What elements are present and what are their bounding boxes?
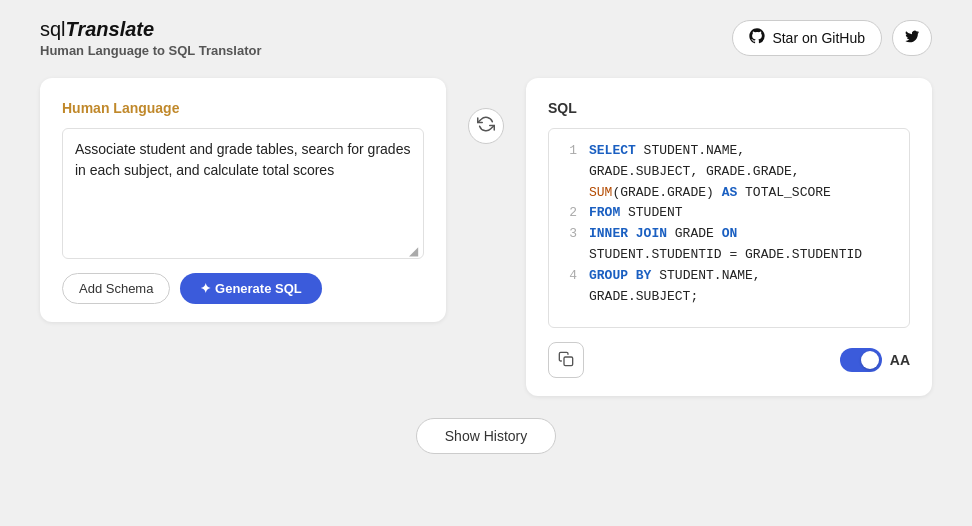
copy-icon: [558, 351, 574, 370]
line-num-1: 1: [563, 141, 577, 203]
line-num-3: 3: [563, 224, 577, 266]
human-language-card: Human Language ◢ Add Schema ✦ Generate S…: [40, 78, 446, 322]
toggle-knob: [861, 351, 879, 369]
logo-suffix: Translate: [66, 18, 155, 40]
sql-text-1: SELECT STUDENT.NAME,GRADE.SUBJECT, GRADE…: [589, 141, 831, 203]
sql-label: SQL: [548, 100, 910, 116]
aa-label: AA: [890, 352, 910, 368]
line-num-4: 4: [563, 266, 577, 308]
add-schema-button[interactable]: Add Schema: [62, 273, 170, 304]
logo: sqlTranslate Human Language to SQL Trans…: [40, 18, 262, 58]
logo-prefix: sql: [40, 18, 66, 40]
sql-text-3: INNER JOIN GRADE ONSTUDENT.STUDENTID = G…: [589, 224, 862, 266]
swap-wrapper: [464, 78, 508, 144]
card-actions: Add Schema ✦ Generate SQL: [62, 273, 424, 304]
swap-button[interactable]: [468, 108, 504, 144]
generate-sql-button[interactable]: ✦ Generate SQL: [180, 273, 321, 304]
logo-title: sqlTranslate: [40, 18, 262, 41]
resize-indicator: ◢: [409, 244, 419, 254]
aa-toggle[interactable]: [840, 348, 882, 372]
human-language-label: Human Language: [62, 100, 424, 116]
toggle-aa-group: AA: [840, 348, 910, 372]
main-content: Human Language ◢ Add Schema ✦ Generate S…: [0, 68, 972, 396]
svg-rect-0: [564, 357, 573, 366]
twitter-button[interactable]: [892, 20, 932, 56]
sql-card: SQL 1 SELECT STUDENT.NAME,GRADE.SUBJECT,…: [526, 78, 932, 396]
show-history-button[interactable]: Show History: [416, 418, 556, 454]
copy-button[interactable]: [548, 342, 584, 378]
sql-line-2: 2 FROM STUDENT: [563, 203, 895, 224]
bottom-section: Show History: [0, 418, 972, 474]
human-language-input[interactable]: [75, 139, 411, 244]
textarea-wrapper: ◢: [62, 128, 424, 259]
logo-subtitle: Human Language to SQL Translator: [40, 43, 262, 58]
sql-line-1: 1 SELECT STUDENT.NAME,GRADE.SUBJECT, GRA…: [563, 141, 895, 203]
header: sqlTranslate Human Language to SQL Trans…: [0, 0, 972, 68]
line-num-2: 2: [563, 203, 577, 224]
twitter-icon: [904, 28, 920, 48]
sql-card-footer: AA: [548, 342, 910, 378]
github-button[interactable]: Star on GitHub: [732, 20, 882, 56]
sql-line-3: 3 INNER JOIN GRADE ONSTUDENT.STUDENTID =…: [563, 224, 895, 266]
github-icon: [749, 28, 765, 48]
sql-text-4: GROUP BY STUDENT.NAME,GRADE.SUBJECT;: [589, 266, 761, 308]
sql-line-4: 4 GROUP BY STUDENT.NAME,GRADE.SUBJECT;: [563, 266, 895, 308]
sql-text-2: FROM STUDENT: [589, 203, 683, 224]
sql-code-area: 1 SELECT STUDENT.NAME,GRADE.SUBJECT, GRA…: [548, 128, 910, 328]
header-actions: Star on GitHub: [732, 20, 932, 56]
github-button-label: Star on GitHub: [772, 30, 865, 46]
swap-icon: [477, 115, 495, 138]
